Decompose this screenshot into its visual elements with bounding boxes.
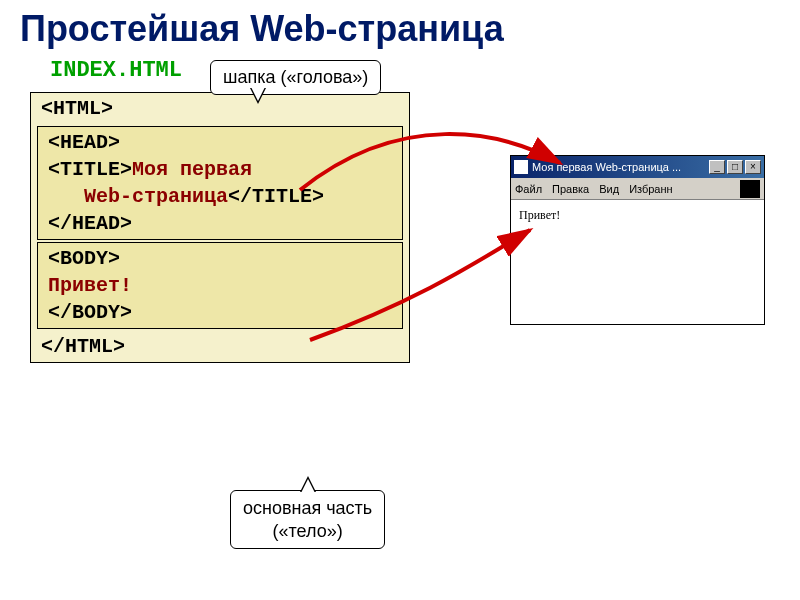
window-buttons: _ □ × bbox=[709, 160, 761, 174]
tag-body-close: </BODY> bbox=[42, 299, 398, 326]
tag-title-open: <TITLE> bbox=[48, 158, 132, 181]
body-section: <BODY> Привет! </BODY> bbox=[37, 242, 403, 329]
tag-title-line2: Web-страница</TITLE> bbox=[42, 183, 398, 210]
throbber-icon bbox=[740, 180, 760, 198]
tag-html-close: </HTML> bbox=[31, 331, 409, 362]
browser-window: Моя первая Web-страница ... _ □ × Файл П… bbox=[510, 155, 765, 325]
browser-menubar: Файл Правка Вид Избранн bbox=[511, 178, 764, 200]
code-block: <HTML> <HEAD> <TITLE>Моя первая Web-стра… bbox=[30, 92, 410, 363]
menu-edit[interactable]: Правка bbox=[552, 183, 589, 195]
tag-html-open: <HTML> bbox=[31, 93, 409, 124]
tag-body-open: <BODY> bbox=[42, 245, 398, 272]
menu-file[interactable]: Файл bbox=[515, 183, 542, 195]
ie-icon bbox=[514, 160, 528, 174]
tag-title-line1: <TITLE>Моя первая bbox=[42, 156, 398, 183]
browser-title: Моя первая Web-страница ... bbox=[532, 161, 709, 173]
callout-body: основная часть («тело») bbox=[230, 490, 385, 549]
menu-view[interactable]: Вид bbox=[599, 183, 619, 195]
close-button[interactable]: × bbox=[745, 160, 761, 174]
callout-head: шапка («голова») bbox=[210, 60, 381, 95]
browser-titlebar: Моя первая Web-страница ... _ □ × bbox=[511, 156, 764, 178]
maximize-button[interactable]: □ bbox=[727, 160, 743, 174]
filename-label: INDEX.HTML bbox=[50, 58, 182, 83]
minimize-button[interactable]: _ bbox=[709, 160, 725, 174]
callout-body-tail bbox=[300, 476, 316, 492]
tag-head-open: <HEAD> bbox=[42, 129, 398, 156]
callout-body-l1: основная часть bbox=[243, 498, 372, 518]
head-section: <HEAD> <TITLE>Моя первая Web-страница</T… bbox=[37, 126, 403, 240]
title-text-1: Моя первая bbox=[132, 158, 252, 181]
slide-title: Простейшая Web-страница bbox=[20, 8, 504, 50]
callout-body-l2: («тело») bbox=[273, 521, 343, 541]
menu-favorites[interactable]: Избранн bbox=[629, 183, 673, 195]
callout-head-tail bbox=[250, 88, 266, 104]
title-text-2: Web-страница bbox=[84, 185, 228, 208]
body-text: Привет! bbox=[42, 272, 398, 299]
tag-head-close: </HEAD> bbox=[42, 210, 398, 237]
browser-content: Привет! bbox=[511, 200, 764, 324]
tag-title-close: </TITLE> bbox=[228, 185, 324, 208]
